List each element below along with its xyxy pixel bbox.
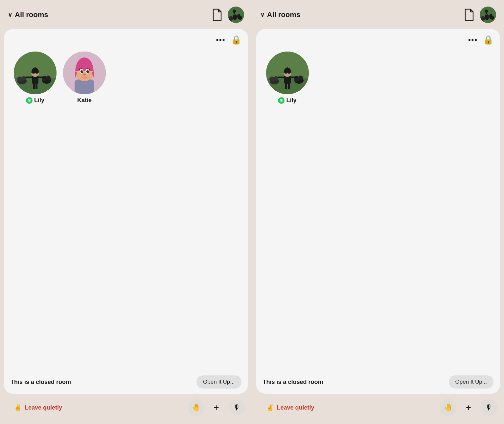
lily-name: Lily — [34, 97, 44, 104]
lily-avatar — [14, 52, 57, 94]
open-it-up-button-left[interactable]: Open It Up... — [196, 375, 241, 389]
header-left-group: ∨ All rooms — [8, 11, 48, 19]
header-right-right-group — [463, 7, 496, 23]
svg-point-42 — [490, 16, 494, 20]
action-bar-right: ✌️ Leave quietly 🤚 + 🎙 — [252, 394, 504, 424]
leave-emoji-left: ✌️ — [14, 404, 22, 412]
open-it-up-button-right[interactable]: Open It Up... — [449, 375, 493, 389]
mic-icon-right: 🎙 — [485, 403, 493, 412]
participants-area-right: ✳ Lily — [256, 45, 500, 370]
raise-hand-icon-left: 🤚 — [192, 403, 200, 412]
mic-button-right[interactable]: 🎙 — [480, 399, 497, 416]
card-bottom-right: This is a closed room Open It Up... — [256, 370, 500, 394]
lock-icon: 🔒 — [231, 35, 241, 45]
svg-point-3 — [229, 16, 233, 21]
all-rooms-label-right: All rooms — [267, 11, 300, 19]
header-left: ∨ All rooms — [0, 0, 252, 29]
card-bottom-left: This is a closed room Open It Up... — [4, 370, 248, 394]
svg-point-44 — [485, 10, 488, 13]
document-icon[interactable] — [211, 8, 223, 22]
mic-button-left[interactable]: 🎙 — [228, 399, 245, 416]
card-top-bar-left: ••• 🔒 — [4, 29, 248, 45]
svg-point-41 — [481, 16, 485, 21]
svg-rect-58 — [278, 77, 285, 78]
chevron-down-icon[interactable]: ∨ — [8, 11, 12, 18]
svg-point-35 — [82, 71, 83, 72]
svg-rect-45 — [485, 14, 488, 15]
svg-point-13 — [21, 76, 26, 81]
raise-hand-icon-right: 🤚 — [444, 403, 453, 412]
svg-point-6 — [233, 10, 236, 13]
raise-hand-button-right[interactable]: 🤚 — [440, 399, 457, 416]
svg-point-36 — [88, 71, 89, 72]
svg-point-37 — [83, 74, 86, 76]
add-button-right[interactable]: + — [461, 400, 476, 415]
closed-room-text-right: This is a closed room — [263, 379, 323, 386]
header-right-left-group: ∨ All rooms — [260, 11, 300, 19]
more-options-button-right[interactable]: ••• — [468, 36, 478, 44]
room-card-left: ••• 🔒 — [4, 29, 248, 394]
raise-hand-button-left[interactable]: 🤚 — [188, 399, 205, 416]
lily-name-row: ✳ Lily — [26, 97, 44, 104]
svg-rect-28 — [75, 79, 94, 94]
avatar-image-right — [480, 7, 496, 23]
lily-name-right: Lily — [286, 97, 296, 104]
leave-label-right: Leave quietly — [277, 404, 314, 411]
panel-left: ∨ All rooms — [0, 0, 252, 424]
room-card-right: ••• 🔒 — [256, 29, 500, 394]
svg-point-4 — [238, 16, 242, 20]
svg-rect-7 — [233, 14, 236, 15]
katie-name-row: Katie — [77, 97, 92, 104]
action-bar-left: ✌️ Leave quietly 🤚 + 🎙 — [0, 394, 252, 424]
katie-name: Katie — [77, 97, 92, 104]
katie-avatar — [63, 52, 106, 94]
lily-avatar-right — [266, 52, 309, 94]
more-options-button[interactable]: ••• — [216, 36, 225, 44]
participant-katie: Katie — [63, 52, 106, 363]
avatar-image — [228, 7, 244, 23]
leave-quietly-button-left[interactable]: ✌️ Leave quietly — [7, 399, 183, 416]
user-avatar-header[interactable] — [228, 7, 244, 23]
lily-name-row-right: ✳ Lily — [278, 97, 296, 104]
user-avatar-header-right[interactable] — [480, 7, 496, 23]
lily-badge: ✳ — [26, 97, 33, 104]
svg-rect-59 — [290, 77, 297, 78]
document-icon-right[interactable] — [463, 8, 475, 22]
svg-rect-21 — [38, 77, 45, 78]
card-top-bar-right: ••• 🔒 — [256, 29, 500, 45]
closed-room-text-left: This is a closed room — [11, 379, 71, 386]
leave-quietly-button-right[interactable]: ✌️ Leave quietly — [259, 399, 435, 416]
chevron-down-icon-right[interactable]: ∨ — [260, 11, 264, 18]
header-right-group — [211, 7, 244, 23]
panel-right: ∨ All rooms — [252, 0, 504, 424]
svg-point-51 — [274, 76, 278, 81]
all-rooms-label: All rooms — [15, 11, 48, 19]
svg-point-16 — [46, 76, 51, 80]
svg-rect-20 — [25, 77, 33, 78]
svg-point-54 — [298, 76, 303, 80]
leave-emoji-right: ✌️ — [266, 404, 274, 412]
header-right: ∨ All rooms — [252, 0, 504, 29]
leave-label-left: Leave quietly — [25, 404, 62, 411]
participant-lily-right: ✳ Lily — [266, 52, 309, 363]
lock-icon-right: 🔒 — [483, 35, 493, 45]
participant-lily: ✳ Lily — [14, 52, 57, 363]
mic-icon-left: 🎙 — [233, 403, 241, 412]
lily-badge-right: ✳ — [278, 97, 285, 104]
participants-area-left: ✳ Lily — [4, 45, 248, 370]
add-button-left[interactable]: + — [209, 400, 224, 415]
